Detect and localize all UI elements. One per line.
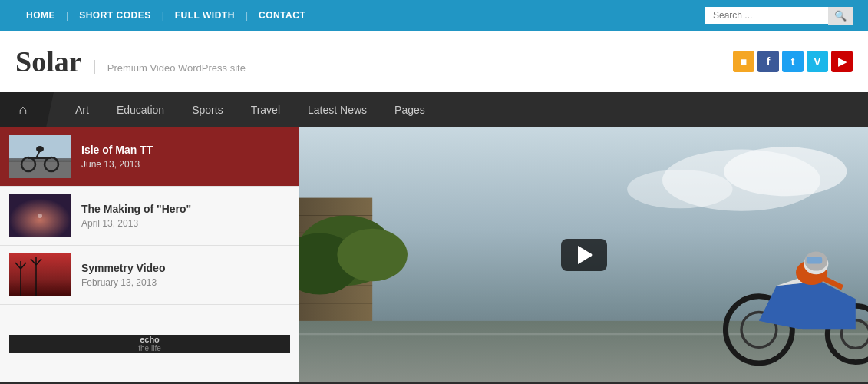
site-tagline: Premium Video WordPress site xyxy=(107,62,246,74)
sidebar-item-1-title: Isle of Man TT xyxy=(81,144,153,156)
video-play-button[interactable] xyxy=(561,239,607,271)
content-area: Isle of Man TT June 13, 2013 xyxy=(0,127,868,382)
nav-short-codes[interactable]: SHORT CODES xyxy=(68,10,162,21)
search-input[interactable] xyxy=(705,7,828,24)
sidebar-item-2-info: The Making of "Hero" April 13, 2013 xyxy=(81,203,191,229)
play-icon xyxy=(578,246,593,264)
sidebar-item-1-info: Isle of Man TT June 13, 2013 xyxy=(81,144,153,170)
sidebar-item-2-title: The Making of "Hero" xyxy=(81,203,191,215)
main-nav: ⌂ Art Education Sports Travel Latest New… xyxy=(0,92,868,127)
sidebar-item-1-date: June 13, 2013 xyxy=(81,159,153,170)
main-video[interactable] xyxy=(299,127,868,382)
search-button[interactable]: 🔍 xyxy=(828,7,853,25)
svg-point-20 xyxy=(724,147,847,196)
nav-full-width[interactable]: FULL WIDTH xyxy=(164,10,246,21)
main-nav-art[interactable]: Art xyxy=(61,92,103,127)
social-links: ■ f t V ▶ xyxy=(733,51,853,72)
nav-contact[interactable]: CONTACT xyxy=(248,10,316,21)
top-nav-links: HOME | SHORT CODES | FULL WIDTH | CONTAC… xyxy=(15,10,316,21)
sidebar-item-2[interactable]: The Making of "Hero" April 13, 2013 xyxy=(0,187,299,246)
svg-rect-43 xyxy=(807,257,823,263)
nav-home[interactable]: HOME xyxy=(15,10,66,21)
sidebar-item-3[interactable]: Symmetry Video February 13, 2013 xyxy=(0,246,299,305)
site-header: Solar | Premium Video WordPress site ■ f… xyxy=(0,31,868,92)
thumb-4: echo the life xyxy=(9,335,290,353)
sidebar-item-2-date: April 13, 2013 xyxy=(81,218,191,229)
main-nav-latest-news[interactable]: Latest News xyxy=(294,92,381,127)
sidebar-item-4[interactable]: echo the life Locally Hosted Video Febru… xyxy=(0,305,299,382)
thumb-2 xyxy=(9,194,71,237)
sidebar-item-3-title: Symmetry Video xyxy=(81,262,165,274)
svg-point-31 xyxy=(337,229,408,282)
brand: Solar | Premium Video WordPress site xyxy=(15,45,246,78)
main-nav-links: Art Education Sports Travel Latest News … xyxy=(46,92,439,127)
site-logo: Solar xyxy=(15,45,82,78)
nav-home-icon[interactable]: ⌂ xyxy=(0,92,46,127)
social-vimeo[interactable]: V xyxy=(807,51,828,72)
main-nav-travel[interactable]: Travel xyxy=(237,92,294,127)
thumb-1 xyxy=(9,135,71,178)
sidebar-item-3-date: February 13, 2013 xyxy=(81,277,165,288)
main-nav-pages[interactable]: Pages xyxy=(381,92,439,127)
sidebar-item-3-info: Symmetry Video February 13, 2013 xyxy=(81,262,165,288)
thumb-3 xyxy=(9,253,71,296)
sidebar: Isle of Man TT June 13, 2013 xyxy=(0,127,299,382)
svg-rect-1 xyxy=(9,162,71,178)
sidebar-item-1[interactable]: Isle of Man TT June 13, 2013 xyxy=(0,127,299,187)
search-bar: 🔍 xyxy=(705,7,853,25)
home-icon: ⌂ xyxy=(19,102,28,118)
top-nav: HOME | SHORT CODES | FULL WIDTH | CONTAC… xyxy=(0,0,868,31)
svg-point-6 xyxy=(36,146,44,152)
social-twitter[interactable]: t xyxy=(782,51,804,72)
main-nav-education[interactable]: Education xyxy=(103,92,178,127)
main-nav-sports[interactable]: Sports xyxy=(178,92,236,127)
social-youtube[interactable]: ▶ xyxy=(831,51,853,72)
social-rss[interactable]: ■ xyxy=(733,51,754,72)
social-facebook[interactable]: f xyxy=(757,51,779,72)
brand-sep: | xyxy=(93,58,97,75)
svg-point-8 xyxy=(38,214,42,218)
svg-point-21 xyxy=(627,170,732,208)
